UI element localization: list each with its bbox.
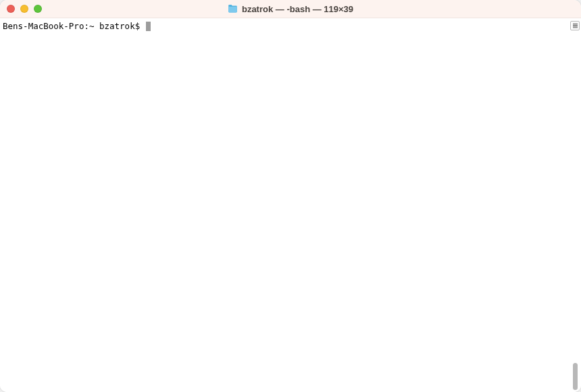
titlebar[interactable]: bzatrok — -bash — 119×39	[0, 0, 581, 18]
maximize-button[interactable]	[34, 5, 42, 13]
scrollbar-thumb[interactable]	[573, 363, 578, 390]
scroll-indicator-icon[interactable]	[570, 21, 580, 30]
window-controls	[0, 0, 42, 18]
terminal-content[interactable]: Bens-MacBook-Pro:~ bzatrok$	[0, 18, 581, 392]
folder-icon	[228, 5, 238, 13]
terminal-window: bzatrok — -bash — 119×39 Bens-MacBook-Pr…	[0, 0, 581, 392]
close-button[interactable]	[7, 5, 15, 13]
cursor	[146, 22, 151, 31]
window-title-group: bzatrok — -bash — 119×39	[228, 4, 353, 14]
scrollbar[interactable]	[570, 19, 580, 390]
shell-prompt: Bens-MacBook-Pro:~ bzatrok$	[3, 21, 145, 32]
prompt-line: Bens-MacBook-Pro:~ bzatrok$	[3, 21, 578, 32]
minimize-button[interactable]	[20, 5, 28, 13]
window-title: bzatrok — -bash — 119×39	[242, 4, 353, 14]
